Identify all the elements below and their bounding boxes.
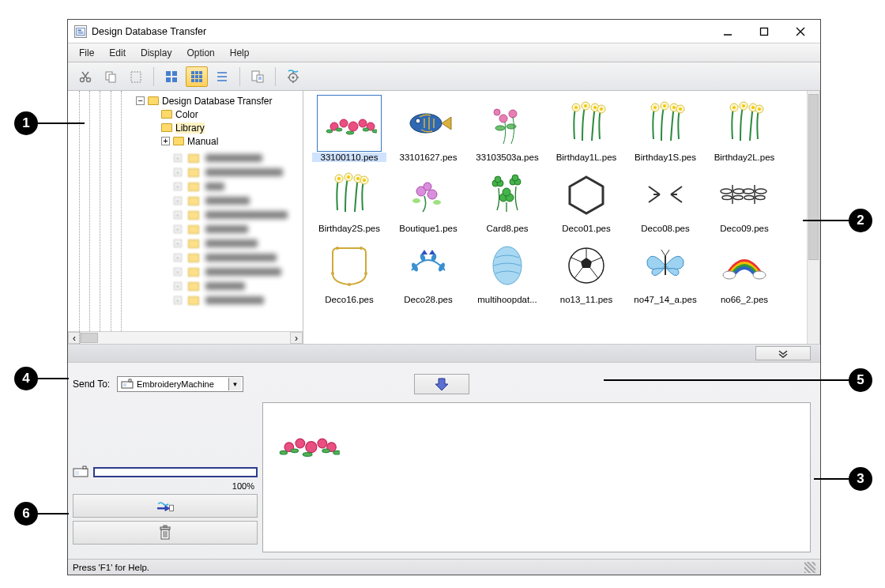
delete-button[interactable] <box>73 521 258 545</box>
menu-file[interactable]: File <box>73 46 100 60</box>
scroll-left-button[interactable]: ‹ <box>68 332 81 344</box>
write-list-area[interactable] <box>262 402 811 552</box>
capacity-bar <box>93 467 258 477</box>
thumbnail-item[interactable]: Deco01.pes <box>548 167 624 233</box>
svg-rect-47 <box>170 505 174 511</box>
writelist-item[interactable] <box>271 411 342 476</box>
cut-button[interactable] <box>74 66 96 87</box>
resize-grip[interactable] <box>804 562 815 573</box>
thumbnail-panel[interactable]: 33100110.pes33101627.pes33103503a.pesBir… <box>303 91 820 344</box>
svg-point-9 <box>87 77 91 81</box>
svg-rect-3 <box>78 32 84 33</box>
maximize-button[interactable] <box>746 21 782 43</box>
thumbnail-item[interactable]: Birthday1L.pes <box>548 96 624 162</box>
callout-5: 5 <box>849 368 872 392</box>
svg-rect-25 <box>191 79 194 82</box>
thumbnail-preview <box>634 238 697 293</box>
svg-rect-45 <box>83 466 86 469</box>
copy-button[interactable] <box>100 66 122 87</box>
view-large-button[interactable] <box>160 66 183 87</box>
svg-rect-13 <box>109 74 115 82</box>
window-title: Design Database Transfer <box>92 26 206 37</box>
settings-button[interactable] <box>282 66 304 87</box>
thumbnail-filename: Birthday1S.pes <box>628 153 702 162</box>
svg-rect-5 <box>761 28 768 35</box>
tree-horizontal-scrollbar[interactable]: ‹ › <box>68 331 303 344</box>
thumbnail-item[interactable]: 33103503a.pes <box>469 96 545 162</box>
tree-node-color[interactable]: Color <box>161 107 303 121</box>
callout-lead <box>814 478 850 480</box>
thumbnail-preview <box>318 96 381 151</box>
tree-blurred-folders: +++++++++++ <box>136 151 303 307</box>
thumbnail-item[interactable]: Deco16.pes <box>311 238 387 304</box>
thumbnail-preview <box>318 238 381 293</box>
folder-tree-panel[interactable]: − Design Database Transfer Color Library… <box>68 91 303 344</box>
collapse-panel-button[interactable] <box>755 346 811 360</box>
thumbnail-item[interactable]: Birthday2L.pes <box>706 96 782 162</box>
toolbar-separator <box>275 67 276 86</box>
menu-display[interactable]: Display <box>134 46 178 60</box>
svg-point-36 <box>292 76 294 78</box>
thumbnail-item[interactable]: Deco08.pes <box>627 167 703 233</box>
svg-rect-19 <box>191 71 194 74</box>
thumbnail-preview <box>476 238 539 293</box>
add-to-writelist-button[interactable] <box>414 374 469 394</box>
paste-button[interactable] <box>125 66 147 87</box>
thumbnail-filename: no13_11.pes <box>549 295 623 304</box>
tree-node-root[interactable]: − Design Database Transfer <box>136 94 303 107</box>
thumbnail-item[interactable]: Birthday1S.pes <box>627 96 703 162</box>
transfer-panel: Send To: EmbroideryMachine ▼ <box>68 363 820 559</box>
scroll-thumb[interactable] <box>808 94 819 260</box>
thumbnail-preview <box>397 167 460 222</box>
thumbnail-item[interactable]: multihoopdat... <box>469 238 545 304</box>
send-to-select[interactable]: EmbroideryMachine ▼ <box>117 376 243 392</box>
thumbnail-filename: Deco16.pes <box>312 295 386 304</box>
tree-label: Color <box>175 109 198 120</box>
thumbnail-filename: no66_2.pes <box>707 295 781 304</box>
menu-option[interactable]: Option <box>180 46 220 60</box>
folder-icon <box>173 137 184 145</box>
collapse-icon[interactable]: − <box>136 96 145 105</box>
dropdown-button[interactable]: ▼ <box>228 378 241 390</box>
callout-4: 4 <box>14 367 38 390</box>
thumbnail-item[interactable]: Birthday2S.pes <box>311 167 387 233</box>
svg-rect-18 <box>172 77 177 82</box>
thumbnail-item[interactable]: no66_2.pes <box>706 238 782 304</box>
thumbnail-filename: 33101627.pes <box>391 153 465 162</box>
close-button[interactable] <box>782 21 819 43</box>
thumbnail-filename: Deco28.pes <box>391 295 465 304</box>
view-small-button[interactable] <box>186 66 208 87</box>
thumbnail-vertical-scrollbar[interactable] <box>807 91 819 344</box>
svg-point-8 <box>81 77 85 81</box>
scroll-thumb[interactable] <box>81 333 98 343</box>
thumbnail-item[interactable]: 33101627.pes <box>390 96 466 162</box>
scroll-right-button[interactable]: › <box>290 332 303 344</box>
thumbnail-item[interactable]: Deco28.pes <box>390 238 466 304</box>
thumbnail-item[interactable]: no47_14_a.pes <box>627 238 703 304</box>
svg-rect-23 <box>195 75 198 78</box>
thumbnail-item[interactable]: Card8.pes <box>469 167 545 233</box>
expand-icon[interactable]: + <box>161 137 170 145</box>
scroll-track[interactable] <box>81 332 290 344</box>
minimize-button[interactable] <box>710 21 746 43</box>
thumbnail-filename: Birthday1L.pes <box>549 153 623 162</box>
tree-node-library[interactable]: Library <box>161 121 303 134</box>
thumbnail-preview <box>713 96 776 151</box>
thumbnail-preview <box>397 238 460 293</box>
thumbnail-item[interactable]: 33100110.pes <box>311 96 387 162</box>
thumbnail-preview <box>476 167 539 222</box>
svg-rect-21 <box>199 71 202 74</box>
menu-help[interactable]: Help <box>224 46 256 60</box>
thumbnail-filename: Boutique1.pes <box>391 224 465 233</box>
tree-node-manual[interactable]: + Manual <box>161 134 303 148</box>
callout-lead <box>604 379 850 381</box>
status-bar: Press 'F1' for Help. <box>68 559 820 575</box>
thumbnail-item[interactable]: Deco09.pes <box>706 167 782 233</box>
menu-edit[interactable]: Edit <box>103 46 132 60</box>
thumbnail-item[interactable]: Boutique1.pes <box>390 167 466 233</box>
thumbnail-item[interactable]: no13_11.pes <box>548 238 624 304</box>
view-list-button[interactable] <box>211 66 233 87</box>
send-button[interactable] <box>73 494 258 518</box>
print-button[interactable] <box>247 66 269 87</box>
folder-icon <box>161 110 172 119</box>
